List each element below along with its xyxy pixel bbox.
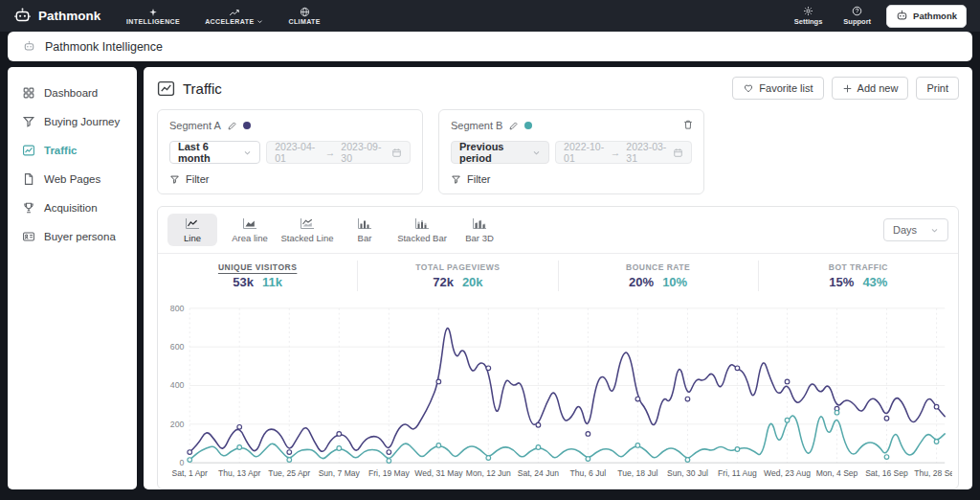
metric-label: BOUNCE RATE [626,262,690,272]
robot-logo-icon [13,7,32,25]
edit-pencil-icon[interactable] [508,121,519,131]
settings-label: Settings [794,17,823,26]
chart-type-label: Stacked Bar [397,233,447,243]
segment-b-date-range[interactable]: 2022-10-01 → 2023-03-31 [555,141,692,164]
segment-a-filter-label: Filter [186,173,209,185]
svg-text:Wed, 23 Aug: Wed, 23 Aug [764,468,811,478]
metric-value-segment-b: 20k [462,275,483,289]
segment-a-date-start: 2023-04-01 [275,141,320,164]
page-title: Traffic [157,80,222,98]
segment-a-filter-button[interactable]: Filter [169,173,411,185]
trash-icon[interactable] [682,119,694,130]
segment-a-card: Segment A Last 6 month [157,109,423,194]
main-panel: Traffic Favorite list [144,67,972,489]
segment-a-range-select[interactable]: Last 6 month [169,141,260,164]
svg-text:0: 0 [180,458,185,467]
traffic-chart-panel: LineArea lineStacked LineBarStacked BarB… [157,206,959,489]
accelerate-icon [229,8,240,17]
favorite-list-button[interactable]: Favorite list [732,77,823,100]
app-title: Pathmonk Intelligence [45,40,163,54]
sidebar-item-traffic[interactable]: Traffic [8,136,137,165]
nav-item-climate[interactable]: CLIMATE [288,7,320,25]
funnel-icon [451,174,461,185]
web-pages-icon [22,172,35,186]
sidebar-item-acquisition[interactable]: Acquisition [8,193,137,222]
svg-text:Mon, 4 Sep: Mon, 4 Sep [816,468,858,478]
sidebar-item-buying-journey[interactable]: Buying Journey [8,107,137,136]
segment-b-filter-button[interactable]: Filter [451,173,692,185]
chevron-down-icon [930,226,939,235]
sidebar-item-dashboard[interactable]: Dashboard [8,79,137,107]
favorite-list-label: Favorite list [759,82,813,94]
nav-item-label: INTELLIGENCE [126,18,180,25]
print-button[interactable]: Print [916,77,959,100]
svg-text:Wed, 31 May: Wed, 31 May [414,468,463,478]
metric-tab-unique-visitors[interactable]: UNIQUE VISITORS53k11k [158,261,357,291]
intelligence-icon [148,8,158,17]
sidebar-item-label: Acquisition [44,202,98,214]
dashboard-icon [22,86,35,100]
traffic-icon [22,144,35,157]
nav-item-accelerate[interactable]: ACCELERATE [205,8,263,25]
question-icon [852,6,862,16]
sidebar-item-buyer-persona[interactable]: Buyer persona [8,222,137,251]
page-title-text: Traffic [183,80,222,97]
svg-text:200: 200 [170,420,185,429]
chart-type-stacked-bar[interactable]: Stacked Bar [397,214,447,246]
svg-text:400: 400 [170,380,185,390]
svg-text:Tue, 25 Apr: Tue, 25 Apr [268,468,310,478]
settings-button[interactable]: Settings [794,6,823,26]
segment-b-range-value: Previous period [459,141,524,164]
support-button[interactable]: Support [843,6,871,26]
pathmonk-account-button[interactable]: Pathmonk [886,5,967,28]
segment-a-range-value: Last 6 month [178,141,235,164]
sidebar-item-web-pages[interactable]: Web Pages [8,165,137,193]
svg-text:Tue, 18 Jul: Tue, 18 Jul [617,468,657,478]
sidebar-item-label: Buyer persona [44,231,116,242]
metric-tab-bounce-rate[interactable]: BOUNCE RATE20%10% [558,261,758,291]
calendar-icon [673,148,683,158]
bar-3d-chart-icon [471,217,488,231]
metric-value-segment-a: 53k [233,275,254,289]
print-label: Print [926,82,948,94]
app-title-bar: Pathmonk Intelligence [8,32,972,61]
segment-b-name: Segment B [451,120,502,131]
svg-text:Sat, 1 Apr: Sat, 1 Apr [171,468,208,478]
segment-b-range-select[interactable]: Previous period [451,141,549,164]
stacked-bar-chart-icon [413,217,431,231]
metric-tab-total-pageviews[interactable]: TOTAL PAGEVIEWS72k20k [357,261,557,291]
metric-tab-bot-traffic[interactable]: BOT TRAFFIC15%43% [758,261,958,291]
metric-label: TOTAL PAGEVIEWS [415,262,500,272]
chart-type-area-line[interactable]: Area line [225,214,275,246]
brand-name: Pathmonk [38,9,100,23]
chart-type-stacked-line[interactable]: Stacked Line [282,214,332,246]
funnel-icon [169,174,180,185]
edit-pencil-icon[interactable] [227,121,237,131]
chevron-down-icon [532,148,541,157]
chevron-down-icon [243,148,252,157]
metric-value-segment-b: 11k [262,275,282,289]
nav-item-intelligence[interactable]: INTELLIGENCE [126,8,180,25]
main-nav-items: INTELLIGENCEACCELERATECLIMATE [126,7,321,25]
svg-text:Thu, 13 Apr: Thu, 13 Apr [218,468,260,478]
segment-a-date-range[interactable]: 2023-04-01 → 2023-09-30 [266,141,411,164]
add-new-button[interactable]: Add new [832,77,909,100]
svg-text:Fri, 19 May: Fri, 19 May [368,468,410,478]
svg-text:Sun, 7 May: Sun, 7 May [319,468,361,478]
pathmonk-logo[interactable]: Pathmonk [13,7,126,25]
climate-icon [300,7,310,17]
nav-item-label: ACCELERATE [205,18,254,25]
arrow-icon: → [325,147,336,158]
gear-icon [803,6,813,16]
heart-icon [743,82,754,94]
granularity-select[interactable]: Days [883,218,948,241]
chart-type-line[interactable]: Line [167,214,217,246]
support-label: Support [843,17,871,26]
chart-type-bar[interactable]: Bar [340,214,390,246]
account-button-label: Pathmonk [913,11,957,21]
traffic-chart-svg: 0200400600800Sat, 1 AprThu, 13 AprTue, 2… [164,303,952,487]
stacked-line-chart-icon [299,217,316,231]
calendar-icon [391,148,402,158]
chart-type-bar-3d[interactable]: Bar 3D [455,214,504,246]
plus-icon [842,83,853,94]
